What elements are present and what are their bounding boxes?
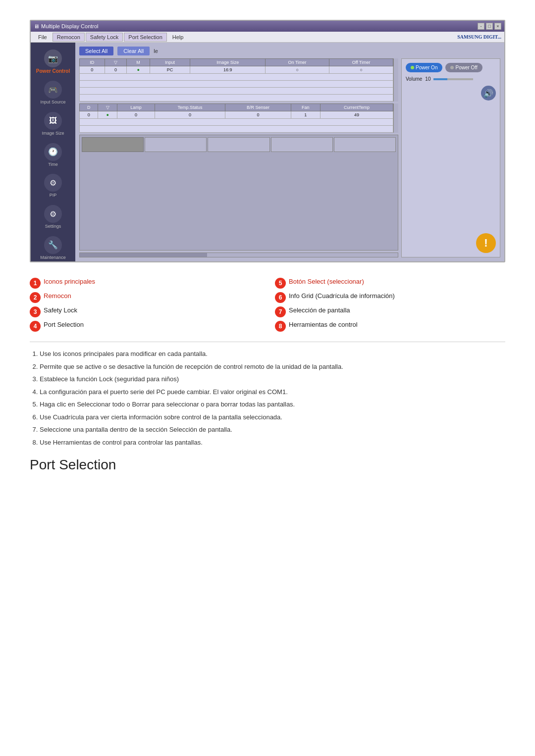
sidebar-item-maintenance[interactable]: 🔧 Maintenance [33,233,73,262]
power-off-button[interactable]: Power Off [445,63,482,72]
legend-text-6: Info Grid (Cuadrícula de información) [289,292,395,301]
bottom-table: D ▽ Lamp Temp.Status B/R Senser Fan Curr… [79,103,393,133]
legend-grid: 1 Iconos principales 2 Remocon 3 Safety … [30,277,505,332]
screen-cell-5[interactable] [334,137,396,152]
menu-port-selection[interactable]: Port Selection [124,33,166,42]
legend-badge-6: 6 [275,292,286,303]
power-off-dot [450,66,454,69]
legend-text-3: Safety Lock [44,306,77,315]
instruction-3: Establece la función Lock (seguridad par… [40,374,505,384]
bcol-temp: Temp.Status [155,104,225,111]
pip-icon: ⚙ [44,174,62,192]
sidebar-item-image-size[interactable]: 🖼 Image Size [33,109,73,139]
table-row[interactable]: 0 0 ● PC 16:9 ○ ○ [80,66,393,74]
bottom-table-container: D ▽ Lamp Temp.Status B/R Senser Fan Curr… [79,103,398,133]
cell-input: PC [150,66,190,74]
sidebar-item-power-control[interactable]: 📷 Power Control [33,47,73,77]
instruction-6: Use Cuadrícula para ver cierta informaci… [40,412,505,422]
cell-imagesize: 16:9 [190,66,266,74]
legend-left: 1 Iconos principales 2 Remocon 3 Safety … [30,277,260,332]
minimize-button[interactable]: - [478,23,484,30]
power-off-label: Power Off [455,65,477,70]
table-row[interactable] [80,126,393,133]
menubar: File Remocon Safety Lock Port Selection … [31,32,504,43]
cell-arrow: 0 [105,66,127,74]
app-title: Multiple Display Control [41,23,99,29]
legend-item-4: 4 Port Selection [30,320,260,332]
sidebar-item-settings[interactable]: ⚙ Settings [33,202,73,232]
legend-item-3: 3 Safety Lock [30,306,260,317]
sidebar-pip-label: PIP [50,193,57,198]
table-row[interactable] [80,81,393,88]
instruction-2: Permite que se active o se desactive la … [40,362,505,372]
bottom-table-wrapper: D ▽ Lamp Temp.Status B/R Senser Fan Curr… [79,103,393,133]
instruction-1: Use los iconos principales para modifica… [40,349,505,359]
table-row[interactable] [80,88,393,95]
legend-item-1: 1 Iconos principales [30,277,260,289]
instruction-8: Use Herramientas de control para control… [40,438,505,448]
bcol-curtemp: CurrentTemp [320,104,393,111]
scrollbar-horizontal[interactable] [79,252,398,257]
app-icon: 🖥 [34,23,39,29]
control-panel: Power On Power Off Volume 10 [401,58,500,257]
sidebar-item-pip[interactable]: ⚙ PIP [33,171,73,201]
legend-badge-8: 8 [275,321,286,332]
settings-icon: ⚙ [44,205,62,223]
volume-slider-fill [433,78,447,80]
bcol-lamp: Lamp [117,104,155,111]
col-m: M [127,59,150,66]
volume-row: Volume 10 [406,76,496,82]
power-on-button[interactable]: Power On [406,63,442,72]
warning-icon: ! [476,233,496,253]
numbered-list: Use los iconos principales para modifica… [30,349,505,447]
port-selection-heading: Port Selection [30,457,505,473]
legend-section: 1 Iconos principales 2 Remocon 3 Safety … [30,277,505,332]
app-window: 🖥 Multiple Display Control - □ × File Re… [30,20,505,262]
volume-button[interactable]: 🔊 [481,86,496,101]
volume-icon-row: 🔊 [406,86,496,101]
main-content: 📷 Power Control 🎮 Input Source 🖼 Image S… [31,43,504,261]
cell-ontimer: ○ [266,66,329,74]
tables-section: ID ▽ M Input Image Size On Timer Off Tim… [79,58,398,257]
bcell-temp: 0 [155,111,225,119]
table-row[interactable] [80,74,393,81]
screen-cell-3[interactable] [208,137,269,152]
col-arrow: ▽ [105,59,127,66]
screen-cell-4[interactable] [271,137,333,152]
screen-cell-2[interactable] [145,137,207,152]
close-button[interactable]: × [494,23,501,30]
menu-help[interactable]: Help [168,33,188,42]
volume-slider[interactable] [433,78,473,80]
screen-cell-1[interactable] [82,137,144,152]
menu-remocon[interactable]: Remocon [53,33,85,42]
samsung-logo: SAMSUNG DIGIT... [457,34,501,40]
select-all-button[interactable]: Select All [79,47,113,55]
sidebar-item-input-source[interactable]: 🎮 Input Source [33,78,73,108]
table-row[interactable]: 0 ● 0 0 0 1 49 [80,111,393,119]
warning-area: ! [406,104,496,253]
cell-offtimer: ○ [329,66,393,74]
bcell-brsens: 0 [225,111,291,119]
sidebar: 📷 Power Control 🎮 Input Source 🖼 Image S… [31,43,75,261]
bcol-brsens: B/R Senser [225,104,291,111]
legend-text-7: Selección de pantalla [289,306,350,315]
legend-item-5: 5 Botón Select (seleccionar) [275,277,505,289]
right-panel: Select All Clear All le ID [75,43,504,261]
bcell-fan: 1 [291,111,320,119]
scrollbar-vertical[interactable] [393,58,398,101]
toolbar-label: le [154,48,158,54]
titlebar-controls[interactable]: - □ × [478,23,501,30]
clear-all-button[interactable]: Clear All [117,47,150,55]
legend-item-7: 7 Selección de pantalla [275,306,505,317]
table-row[interactable] [80,119,393,126]
sidebar-item-time[interactable]: 🕐 Time [33,140,73,170]
maximize-button[interactable]: □ [486,23,493,30]
cell-id: 0 [80,66,105,74]
bcol-d: D [80,104,98,111]
table-row[interactable] [80,95,393,101]
scrollbar-bottom[interactable] [393,103,398,133]
power-control-icon: 📷 [44,50,62,67]
legend-text-4: Port Selection [44,320,84,329]
menu-file[interactable]: File [34,33,52,42]
menu-safety-lock[interactable]: Safety Lock [86,33,123,42]
